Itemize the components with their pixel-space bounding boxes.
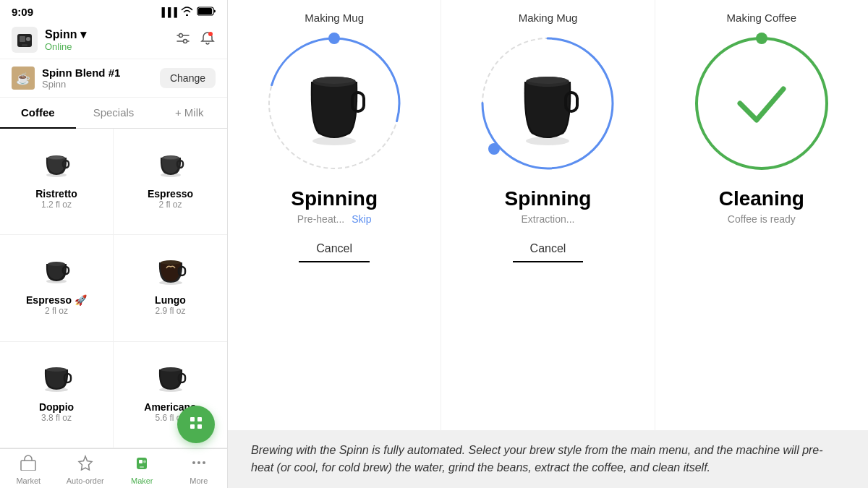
list-item[interactable]: Doppio 3.8 fl oz <box>0 342 114 448</box>
stage-3-check <box>729 71 794 136</box>
nav-more[interactable]: More <box>171 455 228 485</box>
coffee-size: 2.9 fl oz <box>155 306 185 316</box>
notification-icon[interactable] <box>200 30 216 50</box>
coffee-name: Ristretto <box>35 188 77 200</box>
tab-coffee[interactable]: Coffee <box>0 98 76 129</box>
tab-milk[interactable]: + Milk <box>151 98 227 129</box>
svg-point-23 <box>48 262 65 266</box>
signal-icon: ▐▐▐ <box>158 7 177 17</box>
coffee-cup-image <box>36 142 77 182</box>
svg-rect-37 <box>140 466 144 468</box>
info-text: Brewing with the Spinn is fully automate… <box>251 444 823 474</box>
nav-market[interactable]: Market <box>0 455 57 485</box>
machine-header: Spinn ▾ Online <box>0 21 227 59</box>
battery-icon <box>197 7 216 18</box>
stage-2-name: Spinning <box>505 187 592 210</box>
coffee-size: 2 fl oz <box>158 200 182 210</box>
stage-2-sub: Extraction... <box>522 213 575 225</box>
nav-maker-label: Maker <box>131 476 153 485</box>
svg-point-38 <box>192 461 195 464</box>
svg-rect-33 <box>21 461 35 471</box>
machine-info: Spinn ▾ Online <box>12 27 86 53</box>
cancel-button-1[interactable]: Cancel <box>299 236 370 262</box>
fab-button[interactable] <box>177 406 215 443</box>
list-item[interactable]: Espresso 2 fl oz <box>114 129 227 235</box>
svg-point-26 <box>161 260 181 265</box>
nav-autoorder-label: Auto-order <box>67 476 104 485</box>
list-item[interactable]: Ristretto 1.2 fl oz <box>0 129 114 235</box>
maker-icon <box>133 455 150 474</box>
svg-point-20 <box>163 156 178 159</box>
coffee-name: Espresso 🚀 <box>26 294 87 306</box>
svg-point-51 <box>315 77 354 84</box>
svg-point-58 <box>528 77 567 84</box>
svg-rect-5 <box>22 44 27 46</box>
stage-3-circle <box>689 31 834 176</box>
stage-1: Making Mug <box>228 0 441 430</box>
main-content: Making Mug <box>228 0 868 488</box>
stage-2-cup <box>511 60 584 147</box>
blend-brand: Spinn <box>42 79 120 90</box>
svg-point-39 <box>197 461 200 464</box>
stage-2: Making Mug <box>441 0 655 430</box>
svg-rect-44 <box>197 424 202 429</box>
svg-point-8 <box>179 33 183 37</box>
coffee-cup-image <box>36 355 77 395</box>
wifi-icon <box>181 7 193 18</box>
machine-controls <box>175 30 216 50</box>
svg-point-32 <box>161 367 181 372</box>
nav-maker[interactable]: Maker <box>114 455 171 485</box>
status-time: 9:09 <box>12 6 33 18</box>
stage-3-title: Making Coffee <box>727 12 796 24</box>
coffee-cup-image <box>150 355 191 395</box>
stage-1-cup <box>298 60 370 147</box>
fab-icon <box>187 414 205 435</box>
stage-2-circle <box>475 31 620 176</box>
list-item[interactable]: Espresso 🚀 2 fl oz <box>0 235 114 341</box>
info-bar: Brewing with the Spinn is fully automate… <box>228 430 868 488</box>
tab-specials[interactable]: Specials <box>76 98 152 129</box>
svg-point-47 <box>328 33 340 44</box>
stage-1-name: Spinning <box>291 187 378 210</box>
stage-1-circle <box>262 31 407 176</box>
bottom-nav: Market Auto-order Maker <box>0 448 227 488</box>
machine-icon <box>12 27 38 53</box>
blend-image: ☕ <box>12 67 35 90</box>
svg-point-60 <box>756 33 767 44</box>
brew-stages: Making Mug <box>228 0 868 430</box>
blend-header: ☕ Spinn Blend #1 Spinn Change <box>0 59 227 98</box>
svg-point-40 <box>203 461 205 464</box>
coffee-size: 2 fl oz <box>45 306 68 316</box>
blend-info: ☕ Spinn Blend #1 Spinn <box>12 67 120 90</box>
nav-autoorder[interactable]: Auto-order <box>57 455 114 485</box>
stage-1-sub: Pre-heat... Skip <box>297 213 372 225</box>
autoorder-icon <box>77 455 94 474</box>
market-icon <box>20 455 37 474</box>
skip-link[interactable]: Skip <box>352 213 371 225</box>
coffee-cup-image <box>150 248 191 288</box>
change-blend-button[interactable]: Change <box>160 68 216 88</box>
svg-point-10 <box>208 32 213 36</box>
svg-point-29 <box>46 367 67 372</box>
svg-point-4 <box>26 37 30 41</box>
status-bar: 9:09 ▐▐▐ <box>0 0 227 21</box>
cancel-button-2[interactable]: Cancel <box>513 236 584 262</box>
svg-rect-1 <box>198 8 212 14</box>
coffee-cup-image <box>150 142 191 182</box>
coffee-size: 3.8 fl oz <box>41 413 72 423</box>
list-item[interactable]: Lungo 2.9 fl oz <box>114 235 227 341</box>
sliders-icon[interactable] <box>175 30 191 50</box>
coffee-tabs: Coffee Specials + Milk <box>0 98 227 129</box>
coffee-name: Espresso <box>148 188 193 200</box>
machine-name: Spinn ▾ <box>45 27 86 41</box>
svg-point-9 <box>184 39 187 43</box>
machine-status: Online <box>45 41 86 52</box>
blend-name: Spinn Blend #1 <box>42 67 120 79</box>
nav-market-label: Market <box>16 476 41 485</box>
stage-1-title: Making Mug <box>305 12 364 24</box>
stage-3-name: Cleaning <box>719 187 804 210</box>
coffee-cup-image <box>36 248 77 288</box>
svg-point-54 <box>488 143 500 155</box>
svg-point-36 <box>143 461 146 463</box>
coffee-name: Lungo <box>155 294 186 306</box>
